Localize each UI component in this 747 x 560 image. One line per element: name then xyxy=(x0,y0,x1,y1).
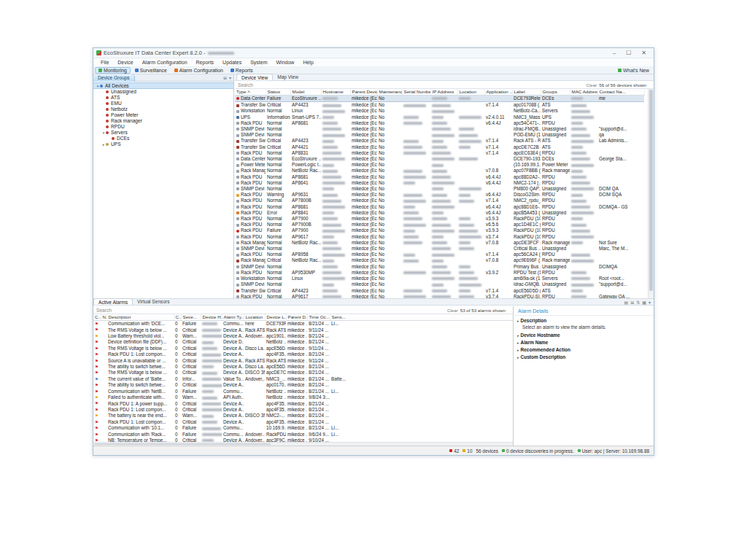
menu-device[interactable]: Device xyxy=(113,58,137,67)
device-row[interactable]: Rack PDUErrorAP8841mikedce (Ec...Nov6.4.… xyxy=(235,210,644,216)
device-row[interactable]: WorkstationNormalLinuxmikedce (Ec...NoNe… xyxy=(235,108,644,114)
tree-item-rpdu[interactable]: RPDU xyxy=(93,124,233,130)
column-header-mac-address[interactable]: MAC Address xyxy=(570,89,597,96)
tab-virtual-sensors[interactable]: Virtual Sensors xyxy=(133,298,174,305)
alarm-column-header-alarm-ty-6[interactable]: Alarm Ty... xyxy=(222,314,244,321)
scrollbar-thumb[interactable] xyxy=(649,90,653,291)
device-row[interactable]: SNMP DeviNormalmikedce (Ec...NoPOD-EMU (… xyxy=(235,132,644,138)
device-row[interactable]: SNMP DeviNormalmikedce (Ec...NoPM800 QAP… xyxy=(235,186,644,192)
alarm-column-header-time-oc-10[interactable]: Time Oc... xyxy=(307,314,330,321)
alarm-row[interactable]: ⚑Rack PDU 1: Lost compon...0CriticalDevi… xyxy=(93,407,513,413)
device-row[interactable]: Power MeteNormalPowerLogic I...mikedce (… xyxy=(235,162,644,168)
column-header-parent-device[interactable]: Parent Device xyxy=(350,89,377,96)
alarm-column-header-device-h-5[interactable]: Device H... xyxy=(201,314,222,321)
alarm-column-header-description-2[interactable]: Description xyxy=(107,314,174,321)
column-header-ip-address[interactable]: IP Address xyxy=(430,89,457,96)
tab-active-alarms[interactable]: Active Alarms xyxy=(93,298,133,305)
device-row[interactable]: Rack PDUNormalAP7900mikedce (Ec...Nov3.9… xyxy=(235,216,644,222)
alarm-row[interactable]: ⚑Failed to authenticate with...0Warn...A… xyxy=(93,394,513,400)
tab-device-view[interactable]: Device View xyxy=(236,74,273,80)
alarm-row[interactable]: ⚑Communication with '10.1...0FailureComm… xyxy=(93,425,513,431)
tree-item-netbotz[interactable]: Netbotz xyxy=(93,106,233,112)
device-row[interactable]: SNMP DeviNormalmikedce (Ec...NoCritical … xyxy=(235,246,644,252)
column-header-location[interactable]: Location xyxy=(457,89,484,96)
alarm-row[interactable]: ⚑The battery is near the end...0Warn...D… xyxy=(93,413,513,419)
device-search-input[interactable]: Search xyxy=(235,82,253,88)
menu-window[interactable]: Window xyxy=(272,58,299,67)
device-row[interactable]: Data CenterFailureEcoStruxure ...mikedce… xyxy=(235,96,644,102)
tree-item-dces[interactable]: DCEs xyxy=(93,136,233,141)
device-row[interactable]: Data CenterNormalEcoStruxure ...mikedce … xyxy=(235,156,644,162)
panel-toolbar-icon-1[interactable]: ⊞ xyxy=(630,300,634,305)
perspective-tab-surveillance[interactable]: Surveillance xyxy=(132,67,170,74)
alarm-column-header-device-l-8[interactable]: Device L... xyxy=(265,314,286,321)
column-header-model[interactable]: Model xyxy=(290,89,321,96)
device-row[interactable]: Rack PDUNormalAP8831mikedce (Ec...Nov7.1… xyxy=(235,150,644,156)
device-row[interactable]: Rack ManagNormalNetBotz Rac...mikedce (E… xyxy=(235,168,644,174)
tab-map-view[interactable]: Map View xyxy=(273,74,303,80)
alarm-row[interactable]: ⚑The RMS Voltage is below ...0CriticalDe… xyxy=(93,327,513,332)
column-header-status[interactable]: Status xyxy=(266,89,290,96)
menu-help[interactable]: Help xyxy=(298,58,317,67)
alarm-row[interactable]: ⚑Device definition file (DDF)...0Critica… xyxy=(93,339,513,345)
perspective-tab-monitoring[interactable]: Monitoring xyxy=(95,67,131,74)
title-bar[interactable]: EcoStruxure IT Data Center Expert 8.2.0 … xyxy=(93,48,654,58)
alarm-row[interactable]: ⚑Rack PDU 1: Lost compon...0CriticalDevi… xyxy=(93,351,513,357)
tree-item-ups[interactable]: ▸UPS xyxy=(93,141,233,147)
alarm-row[interactable]: ⚑Communication with 'DCE...0FailureCommu… xyxy=(93,321,513,327)
scrollbar-thumb[interactable] xyxy=(94,443,271,445)
alarm-row[interactable]: ⚑Communication with 'NetB...0FailureComm… xyxy=(93,389,513,394)
alarm-row[interactable]: ⚑Low Battery threshold viol...0Warn...De… xyxy=(93,333,513,339)
alarm-column-header-c-3[interactable]: C... xyxy=(174,314,181,321)
device-row[interactable]: Rack PDUNormalAP8958mikedce (Ec...Nov7.1… xyxy=(235,252,644,257)
minimize-button[interactable]: – xyxy=(613,48,616,58)
alarm-column-header-sens-11[interactable]: Sens... xyxy=(330,314,513,321)
alarm-row[interactable]: ⚑Rack PDU 1: Lost compon...0CriticalDevi… xyxy=(93,419,513,425)
view-menu-icon[interactable]: ▾ xyxy=(229,75,231,80)
device-row[interactable]: Rack PDUNormalAP8681mikedce (Ec...Nov6.4… xyxy=(235,204,644,210)
panel-toolbar-icon-0[interactable]: ▤ xyxy=(624,300,629,305)
panel-toolbar-icon-2[interactable]: ⇅ xyxy=(636,300,640,305)
device-row[interactable]: Rack PDUNormalAP9530MPmikedce (Ec...Nov3… xyxy=(235,270,644,276)
menu-alarm-configuration[interactable]: Alarm Configuration xyxy=(138,58,192,67)
alarm-column-header-location-7[interactable]: Location xyxy=(244,314,265,321)
whats-new-link[interactable]: What's New xyxy=(618,68,652,73)
device-row[interactable]: Transfer SwiCriticalAP4423mikedce (Ec...… xyxy=(235,288,644,294)
menu-reports[interactable]: Reports xyxy=(192,58,219,67)
device-row[interactable]: SNMP DeviNormalmikedce (Ec...NoPrimary B… xyxy=(235,264,644,270)
panel-toolbar-icon-4[interactable]: ▾ xyxy=(649,300,651,305)
menu-file[interactable]: File xyxy=(96,58,113,67)
device-row[interactable]: Rack PDUWarningAP9631mikedce (Ec...Nov6.… xyxy=(235,192,644,198)
device-row[interactable]: Rack ManagCriticalNetBotz Rac...mikedce … xyxy=(235,257,644,263)
alarm-row[interactable]: ⚑The RMS Voltage is below ...0CriticalDe… xyxy=(93,346,513,351)
tree-item-rack-manager[interactable]: Rack manager xyxy=(93,118,233,124)
device-table-scrollbar[interactable] xyxy=(648,89,654,298)
close-button[interactable]: ✕ xyxy=(641,48,646,58)
device-row[interactable]: Rack PDUNormalAP9617mikedce (Ec...Nov3.7… xyxy=(235,234,644,240)
device-row[interactable]: SNMP DeviNormalmikedce (Ec...Noidrac-FMQ… xyxy=(235,126,644,132)
maximize-button[interactable]: ☐ xyxy=(626,48,631,58)
column-header-contact-na[interactable]: Contact Na... xyxy=(597,89,644,96)
tree-item-all-devices[interactable]: ▾All Devices xyxy=(93,82,233,89)
alarm-search-input[interactable]: Search xyxy=(93,308,112,313)
alarm-row[interactable]: ⚑Rack PDU 1: A power supp...0CriticalDev… xyxy=(93,400,513,406)
device-row[interactable]: Rack PDUNormalAP7900Bmikedce (Ec...Nov6.… xyxy=(235,222,644,228)
device-row[interactable]: Rack PDUFailureAP7900mikedce (Ec...Nov3.… xyxy=(235,228,644,233)
alarm-row[interactable]: ⚑The RMS Voltage is below ...0CriticalDe… xyxy=(93,370,513,376)
device-row[interactable]: Transfer SwiCriticalAP4421mikedce (Ec...… xyxy=(235,144,644,150)
tree-item-ats[interactable]: ATS xyxy=(93,95,233,101)
panel-toolbar-icon-3[interactable]: ▦ xyxy=(642,300,646,305)
device-groups-tab[interactable]: Device Groups xyxy=(93,74,135,82)
column-header-type[interactable]: Type ˄ xyxy=(235,89,266,96)
menu-system[interactable]: System xyxy=(246,58,271,67)
alarm-row[interactable]: ⚑The current value of 'Batte...0Infor...… xyxy=(93,376,513,382)
tree-item-servers[interactable]: ▾Servers xyxy=(93,130,233,136)
alarm-column-header-n-1[interactable]: N... xyxy=(101,314,107,321)
alarm-row[interactable]: ⚑Communication with 'Rack...0FailureComm… xyxy=(93,432,513,438)
alarm-row[interactable]: ⚑Source A is unavailable or ...0Critical… xyxy=(93,358,513,364)
device-row[interactable]: Rack ManagNormalNetBotz Rac...mikedce (E… xyxy=(235,240,644,246)
device-row[interactable]: Transfer SwiCriticalAP4423mikedce (Ec...… xyxy=(235,102,644,109)
device-row[interactable]: Transfer SwiCriticalAP4423mikedce (Ec...… xyxy=(235,138,644,144)
tree-item-power-meter[interactable]: Power Meter xyxy=(93,112,233,118)
tree-item-unassigned[interactable]: Unassigned xyxy=(93,89,233,95)
